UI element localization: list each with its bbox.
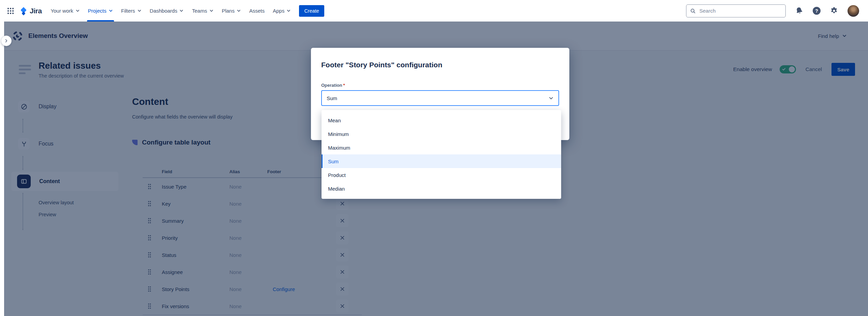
operation-label: Operation * [321,83,559,88]
jira-logo[interactable]: Jira [19,6,42,15]
nav-apps[interactable]: Apps [269,0,295,22]
notifications-bell-icon[interactable] [794,5,804,16]
chevron-down-icon [75,9,80,13]
option-mean[interactable]: Mean [322,113,561,127]
global-search[interactable] [686,4,786,17]
chevron-down-icon [179,9,184,13]
primary-nav: Your work Projects Filters Dashboards Te… [46,0,295,22]
top-navigation: Jira Your work Projects Filters Dashboar… [0,0,868,22]
user-avatar[interactable] [848,5,859,17]
nav-teams[interactable]: Teams [188,0,217,22]
expand-sidebar-button[interactable] [1,36,12,46]
option-minimum[interactable]: Minimum [322,127,561,141]
chevron-down-icon [109,9,113,13]
create-button[interactable]: Create [299,5,324,17]
nav-filters[interactable]: Filters [117,0,146,22]
nav-label: Teams [192,8,207,14]
operation-select-value: Sum [327,95,337,101]
chevron-down-icon [549,96,554,101]
chevron-right-icon [4,39,9,43]
collapsed-sidebar-edge [0,22,4,316]
search-icon [690,8,696,14]
nav-label: Your work [51,8,73,14]
jira-logo-text: Jira [30,7,42,15]
nav-label: Projects [88,8,106,14]
app-switcher-icon[interactable] [5,5,16,17]
chevron-down-icon [237,9,241,13]
nav-assets[interactable]: Assets [245,0,269,22]
operation-select[interactable]: Sum [321,90,559,106]
chevron-down-icon [209,9,214,13]
nav-label: Dashboards [150,8,177,14]
search-input[interactable] [699,8,782,14]
nav-dashboards[interactable]: Dashboards [146,0,188,22]
settings-gear-icon[interactable] [830,6,838,15]
topnav-right: ? [686,4,859,17]
nav-label: Apps [273,8,284,14]
nav-plans[interactable]: Plans [218,0,245,22]
nav-label: Filters [121,8,135,14]
option-sum[interactable]: Sum [322,154,561,168]
nav-projects[interactable]: Projects [84,0,117,22]
operation-dropdown-menu: Mean Minimum Maximum Sum Product Median [322,110,561,199]
jira-screen: Jira Your work Projects Filters Dashboar… [0,0,868,316]
help-icon[interactable]: ? [813,7,821,15]
required-asterisk: * [343,83,345,88]
nav-your-work[interactable]: Your work [46,0,84,22]
help-glyph: ? [813,7,821,15]
dialog-title: Footer "Story Points" configuration [321,61,559,69]
nav-label: Plans [222,8,235,14]
option-maximum[interactable]: Maximum [322,141,561,154]
operation-label-text: Operation [321,83,342,88]
option-median[interactable]: Median [322,182,561,195]
nav-label: Assets [249,8,265,14]
option-product[interactable]: Product [322,168,561,182]
chevron-down-icon [137,9,142,13]
chevron-down-icon [286,9,291,13]
jira-logo-icon [19,6,28,15]
